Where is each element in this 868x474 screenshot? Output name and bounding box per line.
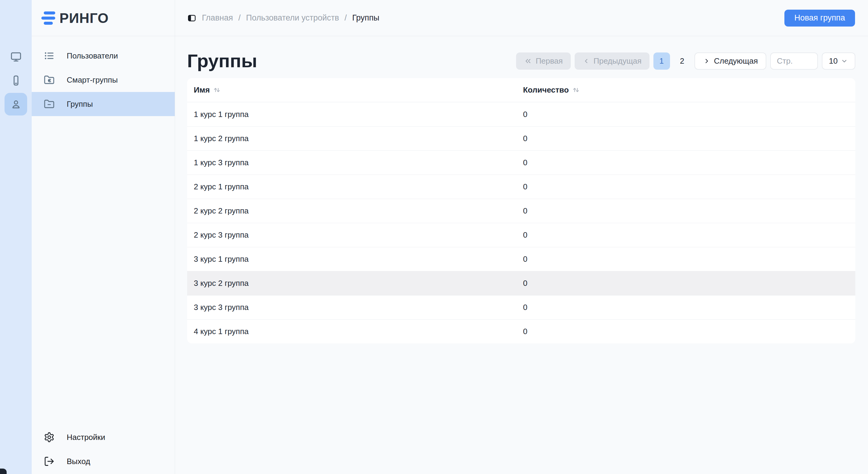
sidebar-item-groups[interactable]: Группы xyxy=(32,92,175,116)
first-page-button[interactable]: Первая xyxy=(516,53,571,70)
group-count-cell: 0 xyxy=(517,158,855,167)
chevron-right-icon xyxy=(703,57,710,65)
smartphone-icon xyxy=(10,75,22,86)
gear-icon xyxy=(44,432,55,443)
column-header-name[interactable]: Имя xyxy=(187,85,517,95)
group-name-cell: 1 курс 1 группа xyxy=(187,110,517,119)
list-icon xyxy=(44,50,55,61)
prev-page-button[interactable]: Предыдущая xyxy=(575,53,650,70)
smart-folder-icon xyxy=(44,74,55,85)
group-count-cell: 0 xyxy=(517,279,855,288)
folder-minus-icon xyxy=(44,99,55,109)
icon-rail xyxy=(0,0,32,474)
sidebar-item-label: Смарт-группы xyxy=(67,75,118,85)
group-name-cell: 3 курс 1 группа xyxy=(187,255,517,264)
table-row[interactable]: 2 курс 3 группа 0 xyxy=(187,223,855,247)
brand-name: РИНГО xyxy=(59,10,108,26)
group-name-cell: 2 курс 3 группа xyxy=(187,230,517,240)
breadcrumb: Главная / Пользователи устройств / Групп… xyxy=(187,13,379,23)
logout-icon xyxy=(44,456,55,467)
next-page-button[interactable]: Следующая xyxy=(694,53,766,70)
column-header-count[interactable]: Количество xyxy=(517,85,855,95)
sidebar-item-label: Пользователи xyxy=(67,51,118,61)
group-name-cell: 1 курс 3 группа xyxy=(187,158,517,167)
group-name-cell: 1 курс 2 группа xyxy=(187,134,517,143)
sidebar: РИНГО Пользователи xyxy=(32,0,175,474)
smartphone-rail-button[interactable] xyxy=(4,69,27,92)
table-row[interactable]: 3 курс 2 группа 0 xyxy=(187,271,855,295)
breadcrumb-separator: / xyxy=(239,13,241,23)
group-count-cell: 0 xyxy=(517,110,855,119)
page-number-1[interactable]: 1 xyxy=(653,53,670,70)
sidebar-item-smart-groups[interactable]: Смарт-группы xyxy=(32,68,175,92)
page-number-input[interactable] xyxy=(770,53,818,70)
breadcrumb-home[interactable]: Главная xyxy=(202,13,233,23)
sort-icon xyxy=(572,86,580,94)
sidebar-item-logout[interactable]: Выход xyxy=(32,449,175,473)
breadcrumb-device-users[interactable]: Пользователи устройств xyxy=(246,13,339,23)
group-count-cell: 0 xyxy=(517,206,855,215)
page-number-2[interactable]: 2 xyxy=(674,53,690,70)
pagination: Первая Предыдущая 1 2 xyxy=(516,53,855,70)
sidebar-item-settings[interactable]: Настройки xyxy=(32,425,175,449)
sidebar-item-label: Выход xyxy=(67,457,90,466)
table-header-row: Имя Количество xyxy=(187,78,855,102)
group-name-cell: 2 курс 2 группа xyxy=(187,206,517,215)
sidebar-menu: Пользователи Смарт-группы Группы xyxy=(32,36,175,425)
page-title: Группы xyxy=(187,50,257,72)
page-size-value: 10 xyxy=(829,56,838,66)
sidebar-item-label: Группы xyxy=(67,100,93,109)
logo: РИНГО xyxy=(32,0,175,36)
breadcrumb-separator: / xyxy=(344,13,347,23)
group-count-cell: 0 xyxy=(517,303,855,312)
group-count-cell: 0 xyxy=(517,327,855,336)
group-name-cell: 3 курс 2 группа xyxy=(187,279,517,288)
table-row[interactable]: 4 курс 1 группа 0 xyxy=(187,319,855,343)
group-count-cell: 0 xyxy=(517,182,855,192)
group-count-cell: 0 xyxy=(517,134,855,143)
group-name-cell: 2 курс 1 группа xyxy=(187,182,517,192)
monitor-rail-button[interactable] xyxy=(4,45,27,68)
group-count-cell: 0 xyxy=(517,230,855,240)
device-users-rail-button[interactable] xyxy=(4,93,27,115)
table-row[interactable]: 3 курс 1 группа 0 xyxy=(187,247,855,271)
chevrons-left-icon xyxy=(524,57,532,65)
user-icon xyxy=(10,99,22,110)
sidebar-footer: Настройки Выход xyxy=(32,425,175,474)
breadcrumb-current: Группы xyxy=(352,13,379,23)
table-row[interactable]: 2 курс 1 группа 0 xyxy=(187,175,855,199)
table-row[interactable]: 1 курс 3 группа 0 xyxy=(187,150,855,175)
sort-icon xyxy=(213,86,221,94)
content: Группы Первая Преды xyxy=(175,36,868,343)
chevron-down-icon xyxy=(840,57,848,65)
top-bar: Главная / Пользователи устройств / Групп… xyxy=(175,0,868,36)
page-size-select[interactable]: 10 xyxy=(822,53,855,70)
table-row[interactable]: 1 курс 2 группа 0 xyxy=(187,126,855,150)
sidebar-item-users[interactable]: Пользователи xyxy=(32,44,175,68)
groups-table: Имя Количество xyxy=(187,78,855,343)
logo-mark-icon xyxy=(41,11,55,25)
group-name-cell: 3 курс 3 группа xyxy=(187,303,517,312)
table-body: 1 курс 1 группа 0 1 курс 2 группа 0 1 ку… xyxy=(187,102,855,343)
monitor-icon xyxy=(10,51,22,62)
sidebar-item-label: Настройки xyxy=(67,433,105,442)
table-row[interactable]: 3 курс 3 группа 0 xyxy=(187,295,855,319)
sidebar-toggle-icon[interactable] xyxy=(187,13,196,23)
table-row[interactable]: 2 курс 2 группа 0 xyxy=(187,199,855,223)
chevron-left-icon xyxy=(583,57,590,65)
group-count-cell: 0 xyxy=(517,255,855,264)
table-row[interactable]: 1 курс 1 группа 0 xyxy=(187,102,855,126)
new-group-button[interactable]: Новая группа xyxy=(784,10,855,27)
bottom-corner-button-peek xyxy=(0,469,7,474)
main-area: Главная / Пользователи устройств / Групп… xyxy=(175,0,868,474)
group-name-cell: 4 курс 1 группа xyxy=(187,327,517,336)
